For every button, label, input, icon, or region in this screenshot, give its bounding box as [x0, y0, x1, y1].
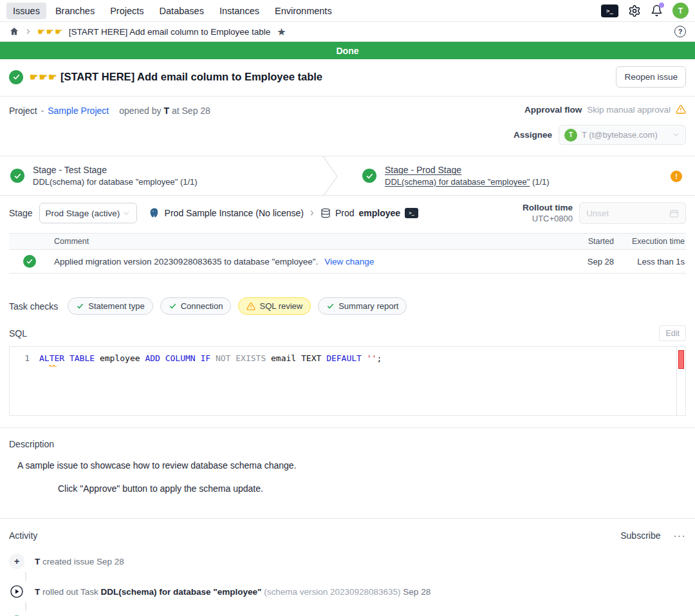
- assignee-label: Assignee: [514, 130, 552, 140]
- opened-by-user: T: [163, 106, 169, 116]
- editor-scrollbar[interactable]: [676, 347, 685, 415]
- project-link[interactable]: Sample Project: [48, 106, 109, 116]
- row-execution-time: Less than 1s: [620, 257, 685, 266]
- sql-editor-icon[interactable]: >_: [601, 5, 618, 17]
- chevron-down-icon: [122, 209, 131, 218]
- nav-tab-projects[interactable]: Projects: [104, 3, 150, 19]
- reopen-issue-button[interactable]: Reopen issue: [616, 66, 686, 88]
- approval-flow-label: Approval flow: [524, 105, 582, 115]
- breadcrumb: ☛☛☛ [START HERE] Add email column to Emp…: [0, 22, 695, 42]
- instance-name[interactable]: Prod Sample Instance (No license): [165, 208, 304, 218]
- project-label: Project: [9, 106, 37, 116]
- activity-item-rollout: T rolled out Task DDL(schema) for databa…: [9, 584, 686, 599]
- line-number: 1: [10, 353, 39, 363]
- stage-prod-subtitle: DDL(schema) for database "employee" (1/1…: [385, 177, 550, 187]
- user-avatar[interactable]: T: [672, 3, 689, 19]
- check-connection[interactable]: Connection: [160, 297, 232, 315]
- sql-edit-button[interactable]: Edit: [659, 325, 686, 341]
- stage-alert-icon[interactable]: !: [671, 171, 682, 182]
- issue-meta: Project - Sample Project opened by T at …: [0, 97, 695, 156]
- top-navigation: Issues Branches Projects Databases Insta…: [0, 0, 695, 22]
- pointer-emojis: ☛☛☛: [30, 71, 57, 82]
- check-sql-review[interactable]: SQL review: [238, 297, 311, 315]
- activity-item-created: + T created issue Sep 28: [9, 554, 686, 569]
- timeline-connector: [25, 602, 26, 611]
- open-sql-editor-icon[interactable]: >_: [405, 208, 418, 218]
- stage-select-label: Stage: [9, 208, 33, 218]
- check-icon: [169, 302, 177, 310]
- error-marker: [678, 350, 684, 369]
- row-comment: Applied migration version 20230928083635…: [54, 257, 374, 266]
- check-icon: [76, 302, 84, 310]
- sql-section-header: SQL Edit: [0, 315, 695, 341]
- task-run-table: Comment Started Execution time Applied m…: [9, 233, 686, 274]
- help-icon[interactable]: ?: [674, 26, 686, 37]
- description-line: A sample issue to showcase how to review…: [17, 460, 686, 471]
- stage-separator: [322, 156, 338, 196]
- check-summary-report[interactable]: Summary report: [318, 297, 407, 315]
- warning-triangle-icon: [676, 104, 686, 115]
- assignee-value: T (t@bytebase.com): [582, 130, 658, 140]
- task-checks: Task checks Statement type Connection SQ…: [0, 297, 695, 315]
- chevron-right-icon: [24, 28, 32, 35]
- nav-tab-instances[interactable]: Instances: [213, 3, 266, 19]
- header-started: Started: [575, 237, 614, 246]
- stage-pipeline: Stage - Test Stage DDL(schema) for datab…: [0, 156, 695, 196]
- warning-triangle-icon: [246, 302, 255, 311]
- issue-title: ☛☛☛ [START HERE] Add email column to Emp…: [30, 71, 322, 83]
- view-change-link[interactable]: View change: [324, 257, 374, 266]
- row-success-check-icon: [23, 255, 36, 268]
- sql-code: ALTER TABLE employee ADD COLUMN IF NOT E…: [39, 353, 382, 363]
- calendar-icon: [669, 209, 679, 218]
- assignee-select[interactable]: T T (t@bytebase.com): [559, 125, 686, 145]
- sql-editor[interactable]: 1 ALTER TABLE employee ADD COLUMN IF NOT…: [9, 346, 686, 416]
- stage-select[interactable]: Prod Stage (active): [39, 203, 137, 223]
- stage-prod[interactable]: Stage - Prod Stage DDL(schema) for datab…: [325, 165, 550, 187]
- opened-by-text: opened by T at Sep 28: [119, 106, 210, 116]
- stage-test-title: Stage - Test Stage: [33, 165, 198, 175]
- nav-tab-environments[interactable]: Environments: [268, 3, 338, 19]
- database-icon: [320, 208, 331, 218]
- header-execution-time: Execution time: [620, 237, 685, 246]
- environment-name: Prod: [335, 208, 355, 218]
- approval-flow-value: Skip manual approval: [587, 105, 671, 115]
- nav-tab-issues[interactable]: Issues: [6, 3, 46, 19]
- timeline-connector: [25, 572, 26, 581]
- stage-toolbar: Stage Prod Stage (active) Prod Sample In…: [0, 196, 695, 229]
- rollout-time-input[interactable]: Unset: [579, 202, 686, 224]
- activity-section: Activity Subscribe ··· + T created issue…: [0, 519, 695, 616]
- rollout-time-label: Rollout time: [523, 203, 573, 212]
- table-row[interactable]: Applied migration version 20230928083635…: [9, 250, 686, 274]
- plus-circle-icon: +: [9, 554, 24, 569]
- description-label: Description: [9, 439, 686, 449]
- assignee-avatar: T: [564, 129, 577, 142]
- stage-prod-subtitle-link[interactable]: DDL(schema) for database "employee": [385, 177, 530, 187]
- lint-squiggle: [49, 364, 57, 367]
- notifications-bell-icon[interactable]: [651, 5, 663, 17]
- breadcrumb-issue-title: [START HERE] Add email column to Employe…: [69, 27, 271, 37]
- header-comment: Comment: [54, 237, 89, 246]
- activity-timeline: + T created issue Sep 28 T rolled out Ta…: [9, 554, 686, 616]
- notification-badge: [659, 3, 664, 8]
- stage-test[interactable]: Stage - Test Stage DDL(schema) for datab…: [0, 165, 325, 187]
- stage-done-check-icon: [362, 169, 376, 183]
- sql-label: SQL: [9, 328, 27, 339]
- more-options-icon[interactable]: ···: [674, 530, 687, 541]
- database-name[interactable]: employee: [359, 208, 401, 218]
- sql-code-line: 1 ALTER TABLE employee ADD COLUMN IF NOT…: [10, 347, 685, 363]
- pointer-emojis: ☛☛☛: [37, 26, 64, 37]
- nav-tab-databases[interactable]: Databases: [153, 3, 210, 19]
- chevron-down-icon: [672, 131, 680, 139]
- check-statement-type[interactable]: Statement type: [68, 297, 153, 315]
- subscribe-button[interactable]: Subscribe: [620, 530, 660, 541]
- home-icon[interactable]: [9, 26, 19, 37]
- play-circle-icon: [9, 584, 24, 599]
- nav-tab-branches[interactable]: Branches: [49, 3, 101, 19]
- stage-done-check-icon: [10, 169, 24, 183]
- description-line: Click "Approve" button to apply the sche…: [58, 483, 686, 494]
- chevron-right-icon: [308, 209, 316, 217]
- stage-test-subtitle: DDL(schema) for database "employee" (1/1…: [33, 177, 198, 187]
- stage-prod-title[interactable]: Stage - Prod Stage: [385, 165, 550, 175]
- star-icon[interactable]: ★: [277, 26, 286, 38]
- settings-gear-icon[interactable]: [628, 5, 641, 17]
